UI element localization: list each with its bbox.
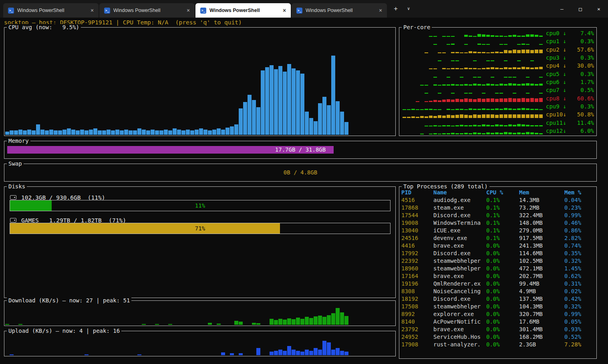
- process-row[interactable]: 18960steamwebhelper0.0%472.1MB1.45%: [401, 265, 596, 272]
- core-row: cpu11↓11.4%: [403, 119, 594, 126]
- process-row[interactable]: 8140AcPowerNotific0.0%17.6MB0.05%: [401, 318, 596, 326]
- chart-bar: [526, 93, 529, 94]
- process-cell: 17992: [401, 250, 433, 257]
- chart-bar: [491, 52, 494, 53]
- process-cell: 17164: [401, 272, 433, 280]
- chart-bar: [469, 93, 472, 94]
- process-cell: brave.exe: [433, 272, 486, 280]
- core-label: cpu6 ↓1.7%: [546, 78, 594, 86]
- chart-bar: [469, 108, 472, 110]
- process-row[interactable]: 8308NoiseCanceling0.0%4.9MB0.02%: [401, 288, 596, 295]
- process-row[interactable]: 19196QmlRenderer.ex0.0%99.4MB0.31%: [401, 280, 596, 288]
- chart-bar: [270, 319, 274, 325]
- chart-bar: [274, 69, 278, 135]
- chart-bar: [508, 35, 512, 37]
- chart-bar: [469, 125, 472, 126]
- chart-bar: [159, 130, 163, 135]
- chart-bar: [473, 99, 477, 102]
- chart-bar: [447, 115, 450, 118]
- process-row[interactable]: 19008WindowsTermina0.1%148.0MB0.46%: [401, 219, 596, 227]
- process-row[interactable]: 22392steamwebhelper0.0%102.5MB0.32%: [401, 257, 596, 265]
- chart-bar: [464, 84, 468, 86]
- chart-bar: [469, 115, 472, 118]
- swap-gauge: 0B / 4.8GB: [7, 169, 594, 176]
- process-cell: NoiseCanceling: [433, 288, 486, 295]
- tab-close-icon[interactable]: ×: [184, 7, 192, 14]
- process-row[interactable]: 24516devenv.exe0.1%917.5MB2.82%: [401, 234, 596, 242]
- chart-bar: [530, 114, 534, 118]
- window-controls: — □ ×: [553, 0, 608, 18]
- chart-bar: [530, 68, 534, 69]
- process-row[interactable]: 17164brave.exe0.0%202.7MB0.62%: [401, 272, 596, 280]
- process-cell: QmlRenderer.ex: [433, 280, 486, 288]
- chart-bar: [429, 134, 433, 134]
- chart-bar: [530, 109, 534, 110]
- chart-bar: [539, 50, 543, 53]
- chart-bar: [464, 115, 468, 118]
- process-row[interactable]: 4416brave.exe0.0%241.3MB0.74%: [401, 242, 596, 250]
- process-row[interactable]: 17544Discord.exe0.1%322.4MB0.99%: [401, 212, 596, 219]
- chart-bar: [425, 85, 428, 86]
- process-row[interactable]: 17992Discord.exe0.0%114.6MB0.35%: [401, 250, 596, 257]
- process-cell: 17.6MB: [519, 318, 564, 326]
- tab-windows-powershell[interactable]: >_Windows PowerShell×: [195, 3, 291, 18]
- maximize-button[interactable]: □: [571, 0, 590, 18]
- chart-bar: [539, 93, 543, 94]
- tab-windows-powershell[interactable]: >_Windows PowerShell×: [3, 3, 99, 18]
- chart-bar: [416, 101, 419, 102]
- per-core-panel: Per-core cpu0 ↓7.4%cpu1 ↓0.3%cpu2 ↓57.6%…: [399, 27, 597, 136]
- close-button[interactable]: ×: [590, 0, 608, 18]
- process-row[interactable]: 17508steamwebhelper0.0%104.3MB0.32%: [401, 303, 596, 310]
- tab-windows-powershell[interactable]: >_Windows PowerShell×: [99, 3, 195, 18]
- process-row[interactable]: 18192Discord.exe0.0%137.5MB0.42%: [401, 295, 596, 303]
- disk-gauge-label: 11%: [10, 200, 390, 211]
- chart-bar: [469, 84, 472, 86]
- process-row[interactable]: 4516audiodg.exe0.1%14.3MB0.04%: [401, 196, 596, 204]
- chart-bar: [433, 133, 437, 134]
- chart-bar: [168, 130, 172, 135]
- process-row[interactable]: 8992explorer.exe0.0%320.7MB0.99%: [401, 310, 596, 318]
- chart-bar: [296, 351, 300, 355]
- process-cell: 0.31%: [564, 280, 596, 288]
- minimize-button[interactable]: —: [553, 0, 571, 18]
- process-cell: 0.1%: [486, 234, 519, 242]
- core-row: cpu12↓6.0%: [403, 127, 594, 134]
- chart-bar: [442, 125, 446, 126]
- powershell-icon: >_: [104, 8, 110, 14]
- chart-bar: [305, 350, 309, 355]
- tab-close-icon[interactable]: ×: [88, 7, 96, 14]
- chart-bar: [530, 125, 534, 126]
- chart-bar: [535, 84, 538, 86]
- chart-bar: [486, 98, 490, 102]
- chart-bar: [513, 50, 516, 53]
- chart-bar: [508, 124, 512, 126]
- process-cell: 23792: [401, 326, 433, 333]
- process-column-header: Mem: [519, 189, 564, 196]
- process-cell: 1.45%: [564, 265, 596, 272]
- chart-bar: [455, 109, 459, 110]
- new-tab-button[interactable]: +: [391, 5, 401, 13]
- tab-close-icon[interactable]: ×: [280, 7, 288, 14]
- chart-bar: [460, 133, 463, 134]
- chart-bar: [491, 98, 494, 102]
- process-row[interactable]: 17908rust-analyzer.0.0%2.3GB7.28%: [401, 341, 596, 348]
- chart-bar: [340, 112, 344, 135]
- process-cell: explorer.exe: [433, 310, 486, 318]
- chart-bar: [278, 319, 282, 325]
- tab-dropdown-button[interactable]: ∨: [404, 5, 413, 13]
- chart-bar: [517, 50, 521, 53]
- process-cell: 0.42%: [564, 295, 596, 303]
- chart-bar: [539, 77, 543, 78]
- tab-close-icon[interactable]: ×: [376, 7, 385, 14]
- chart-bar: [526, 114, 529, 118]
- chart-bar: [58, 130, 62, 135]
- chart-bar: [504, 84, 507, 86]
- process-row[interactable]: 23792brave.exe0.0%301.4MB0.93%: [401, 326, 596, 333]
- process-row[interactable]: 17868steam.exe0.1%73.2MB0.23%: [401, 204, 596, 212]
- process-cell: steamwebhelper: [433, 265, 486, 272]
- chart-bar: [296, 318, 300, 325]
- chart-bar: [477, 77, 481, 78]
- process-row[interactable]: 24952ServiceHub.Hos0.0%168.2MB0.52%: [401, 333, 596, 341]
- tab-windows-powershell[interactable]: >_Windows PowerShell×: [292, 3, 387, 18]
- process-row[interactable]: 13040iCUE.exe0.1%279.0MB0.86%: [401, 227, 596, 234]
